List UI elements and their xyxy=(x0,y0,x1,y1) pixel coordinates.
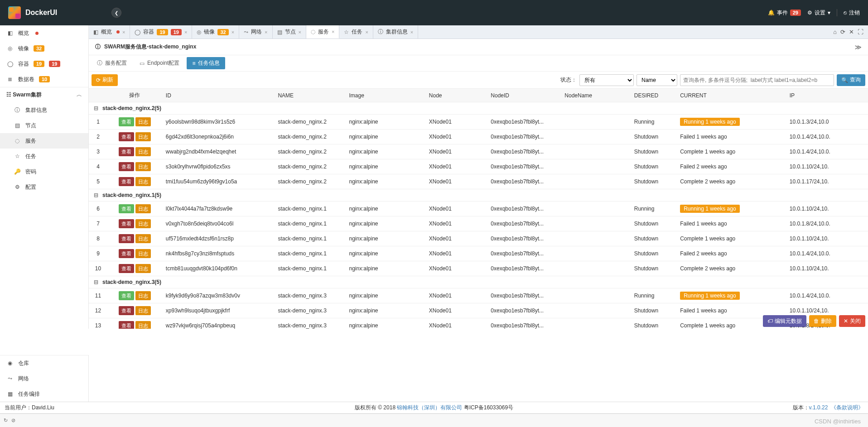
query-button[interactable]: 🔍 查询 xyxy=(837,74,865,86)
sidebar-item-任务编排[interactable]: ▦任务编排 xyxy=(0,386,88,402)
view-button[interactable]: 查看 xyxy=(119,147,134,156)
sidebar-item-配置[interactable]: ⚙配置 xyxy=(0,179,88,195)
table-row[interactable]: 13 查看 日志 wz97vkjw6rqisj705a4npbeuq stack… xyxy=(89,318,868,329)
view-button[interactable]: 查看 xyxy=(119,162,134,171)
table-row[interactable]: 1 查看 日志 y6oolsbwn98d8kimv3ir1s5z6 stack-… xyxy=(89,115,868,130)
events-button[interactable]: 🔔 事件 29 xyxy=(768,9,801,17)
table-row[interactable]: 5 查看 日志 tmi1fuu54um6zdy96t9gv1o5a stack-… xyxy=(89,174,868,189)
log-button[interactable]: 日志 xyxy=(135,177,151,186)
close-icon[interactable]: × xyxy=(410,29,413,35)
refresh-button[interactable]: ⟳ 刷新 xyxy=(92,74,118,86)
tab-节点[interactable]: ▤节点× xyxy=(273,25,306,38)
collapse-icon[interactable]: ⊟ xyxy=(93,279,99,285)
column-header[interactable]: Node xyxy=(425,89,487,102)
view-button[interactable]: 查看 xyxy=(119,177,134,186)
table-row[interactable]: 10 查看 日志 tcmb81uuqgdvt80k104pd6f0n stack… xyxy=(89,261,868,276)
close-icon[interactable]: × xyxy=(299,29,301,35)
log-button[interactable]: 日志 xyxy=(135,291,151,300)
log-button[interactable]: 日志 xyxy=(135,234,151,243)
column-header[interactable]: CURRENT xyxy=(676,89,786,102)
log-button[interactable]: 日志 xyxy=(135,219,151,228)
log-button[interactable]: 日志 xyxy=(135,264,151,273)
view-button[interactable]: 查看 xyxy=(119,132,134,141)
sidebar-item-任务[interactable]: ☆任务 xyxy=(0,149,88,164)
company-link[interactable]: 锦翰科技（深圳）有限公司 xyxy=(397,404,462,411)
view-button[interactable]: 查看 xyxy=(119,321,134,329)
collapse-icon[interactable]: ⊟ xyxy=(93,105,99,111)
devtools-stop-icon[interactable]: ⊘ xyxy=(11,417,15,423)
close-icon[interactable]: × xyxy=(332,29,334,34)
log-button[interactable]: 日志 xyxy=(135,306,151,315)
log-button[interactable]: 日志 xyxy=(135,321,151,329)
close-icon[interactable]: × xyxy=(184,29,187,35)
subtab-任务信息[interactable]: ≡任务信息 xyxy=(187,57,225,69)
table-row[interactable]: 6 查看 日志 l0kt7lx4044a7fa7tz8kdsw9e stack-… xyxy=(89,202,868,216)
log-button[interactable]: 日志 xyxy=(135,132,151,141)
sidebar-item-集群信息[interactable]: ⓘ集群信息 xyxy=(0,102,88,118)
log-button[interactable]: 日志 xyxy=(135,204,151,213)
fullscreen-icon[interactable]: ⛶ xyxy=(858,29,863,35)
status-select[interactable]: 所有 xyxy=(579,74,634,86)
group-row[interactable]: ⊟stack-demo_nginx.2(5) xyxy=(89,102,868,115)
view-button[interactable]: 查看 xyxy=(119,219,134,228)
table-row[interactable]: 12 查看 日志 xp93wh9lsuqo4jtbuxgpjkfrf stack… xyxy=(89,303,868,318)
table-row[interactable]: 3 查看 日志 wwabjrg2ndb4fxm4elzqeqhet stack-… xyxy=(89,144,868,159)
table-row[interactable]: 9 查看 日志 nk4hfbs8g7cy3nzi8mfsptuds stack-… xyxy=(89,246,868,261)
tab-服务[interactable]: ◌服务× xyxy=(306,25,339,38)
group-row[interactable]: ⊟stack-demo_nginx.1(5) xyxy=(89,189,868,202)
log-button[interactable]: 日志 xyxy=(135,147,151,156)
sidebar-item-密码[interactable]: 🔑密码 xyxy=(0,164,88,179)
tab-任务[interactable]: ☆任务× xyxy=(339,25,373,38)
search-input[interactable] xyxy=(680,74,834,86)
column-header[interactable]: IP xyxy=(786,89,868,102)
sidebar-item-服务[interactable]: ◌服务 xyxy=(0,133,88,149)
tab-容器[interactable]: ◯容器1919× xyxy=(130,25,192,38)
subtab-服务配置[interactable]: ⓘ服务配置 xyxy=(92,57,132,69)
table-row[interactable]: 4 查看 日志 s3ok0rylhvrw0flpido6zx5xs stack-… xyxy=(89,159,868,174)
table-wrap[interactable]: 操作IDNAMEImageNodeNodeIDNodeNameDESIREDCU… xyxy=(89,89,868,329)
sidebar-toggle-button[interactable]: ❮ xyxy=(111,8,121,18)
close-icon[interactable]: × xyxy=(365,29,368,35)
sidebar-item-镜像[interactable]: ◎镜像32 xyxy=(0,41,88,56)
table-row[interactable]: 8 查看 日志 uf5716mxledt4dzsf6n1rsz8p stack-… xyxy=(89,231,868,246)
column-header[interactable]: ID xyxy=(162,89,275,102)
sidebar-item-网络[interactable]: ⤳网络 xyxy=(0,371,88,386)
view-button[interactable]: 查看 xyxy=(119,204,134,213)
close-button[interactable]: ✕关闭 xyxy=(839,315,865,327)
refresh-tabs-icon[interactable]: ⟳ xyxy=(840,29,845,35)
view-button[interactable]: 查看 xyxy=(119,291,134,300)
collapse-icon[interactable]: ⊟ xyxy=(93,192,99,198)
sidebar-item-数据卷[interactable]: ≣数据卷10 xyxy=(0,72,88,87)
log-button[interactable]: 日志 xyxy=(135,162,151,171)
close-icon[interactable]: × xyxy=(122,29,125,35)
close-icon[interactable]: × xyxy=(231,29,234,35)
logout-button[interactable]: ⎋ 注销 xyxy=(844,9,860,17)
column-header[interactable]: Image xyxy=(345,89,425,102)
sidebar-section-swarm[interactable]: ☷ Swarm集群 ︿ xyxy=(0,87,88,102)
sort-select[interactable]: Name xyxy=(637,74,677,86)
sidebar-item-容器[interactable]: ◯容器1919 xyxy=(0,56,88,72)
tab-镜像[interactable]: ◎镜像32× xyxy=(192,25,239,38)
table-row[interactable]: 11 查看 日志 k9fyk9d6y9o87azqw3m83dv0v stack… xyxy=(89,288,868,303)
column-header[interactable]: NAME xyxy=(274,89,345,102)
column-header[interactable] xyxy=(89,89,107,102)
expand-panel-icon[interactable]: ≫ xyxy=(855,43,862,51)
devtools-reload-icon[interactable]: ↻ xyxy=(4,417,8,423)
subtab-Endpoint配置[interactable]: ▭Endpoint配置 xyxy=(134,57,185,69)
column-header[interactable]: NodeID xyxy=(487,89,561,102)
log-button[interactable]: 日志 xyxy=(135,249,151,258)
column-header[interactable]: NodeName xyxy=(561,89,630,102)
view-button[interactable]: 查看 xyxy=(119,264,134,273)
sidebar-item-节点[interactable]: ▤节点 xyxy=(0,118,88,133)
table-row[interactable]: 7 查看 日志 v0xgh7to8n5deiq8tvo04co6l stack-… xyxy=(89,216,868,231)
log-button[interactable]: 日志 xyxy=(135,117,151,126)
tab-概览[interactable]: ◧概览× xyxy=(89,25,130,38)
delete-button[interactable]: 🗑删除 xyxy=(809,315,836,327)
tab-集群信息[interactable]: ⓘ集群信息× xyxy=(373,25,418,38)
close-icon[interactable]: × xyxy=(265,29,267,35)
settings-dropdown[interactable]: ⚙ 设置 ▾ xyxy=(807,9,830,17)
sidebar-item-仓库[interactable]: ◉仓库 xyxy=(0,355,88,371)
view-button[interactable]: 查看 xyxy=(119,234,134,243)
edit-metadata-button[interactable]: 🏷编辑元数据 xyxy=(763,315,806,327)
column-header[interactable]: 操作 xyxy=(107,89,162,102)
